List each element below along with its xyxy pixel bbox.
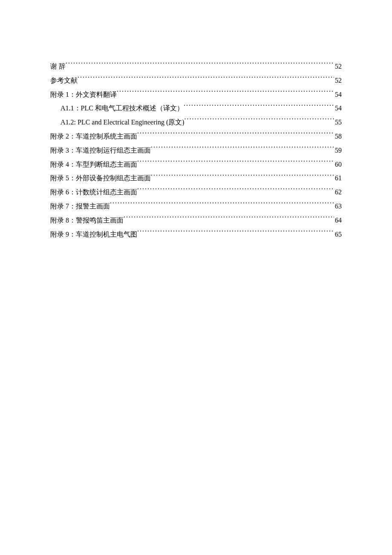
toc-title: A1.1：PLC 和电气工程技术概述（译文） — [61, 101, 184, 116]
toc-entry: 附录 8：警报鸣笛主画面 64 — [50, 214, 342, 228]
toc-page-number: 55 — [334, 116, 342, 130]
toc-page-number: 59 — [334, 144, 342, 158]
toc-entry: A1.2: PLC and Electrical Engineering (原文… — [50, 116, 342, 130]
toc-title: 附录 4：车型判断组态主画面 — [50, 158, 137, 172]
toc-entry: A1.1：PLC 和电气工程技术概述（译文） 54 — [50, 101, 342, 116]
toc-entry: 谢 辞 52 — [50, 60, 342, 74]
toc-leader-dots — [78, 76, 334, 83]
toc-leader-dots — [110, 202, 334, 208]
toc-title: 附录 9：车道控制机主电气图 — [50, 228, 137, 242]
toc-entry: 附录 2：车道控制系统主画面 58 — [50, 130, 342, 144]
toc-page-number: 61 — [334, 171, 342, 185]
toc-leader-dots — [66, 62, 334, 69]
toc-title: 附录 5：外部设备控制组态主画面 — [50, 171, 151, 185]
toc-leader-dots — [184, 104, 334, 110]
toc-page-number: 54 — [334, 88, 342, 102]
toc-page-number: 65 — [334, 228, 342, 242]
toc-leader-dots — [137, 160, 334, 167]
toc-leader-dots — [137, 132, 334, 139]
toc-title: 附录 2：车道控制系统主画面 — [50, 130, 137, 144]
toc-page-number: 52 — [334, 60, 342, 74]
toc-entry: 附录 3：车道控制运行组态主画面 59 — [50, 144, 342, 158]
toc-title: 附录 8：警报鸣笛主画面 — [50, 214, 124, 228]
toc-entry: 附录 5：外部设备控制组态主画面 61 — [50, 171, 342, 185]
toc-page-number: 52 — [334, 74, 342, 88]
toc-page-number: 63 — [334, 199, 342, 214]
toc-entry: 附录 6：计数统计组态主画面 62 — [50, 185, 342, 199]
toc-title: A1.2: PLC and Electrical Engineering (原文… — [61, 116, 184, 130]
toc-leader-dots — [184, 118, 334, 124]
toc-page-number: 58 — [334, 130, 342, 144]
toc-leader-dots — [137, 188, 334, 194]
toc-leader-dots — [124, 216, 334, 223]
toc-page-number: 64 — [334, 214, 342, 228]
toc-entry: 附录 9：车道控制机主电气图 65 — [50, 228, 342, 242]
toc-entry: 附录 4：车型判断组态主画面 60 — [50, 158, 342, 172]
toc-leader-dots — [117, 90, 334, 97]
table-of-contents: 谢 辞 52 参考文献 52 附录 1：外文资料翻译 54 A1.1：PLC 和… — [50, 60, 342, 241]
toc-entry: 参考文献 52 — [50, 74, 342, 88]
toc-leader-dots — [151, 173, 334, 180]
toc-entry: 附录 7：报警主画面 63 — [50, 199, 342, 214]
toc-page-number: 62 — [334, 185, 342, 199]
toc-title: 附录 3：车道控制运行组态主画面 — [50, 144, 151, 158]
toc-leader-dots — [151, 146, 334, 153]
toc-title: 谢 辞 — [50, 60, 66, 74]
toc-page-number: 60 — [334, 158, 342, 172]
toc-entry: 附录 1：外文资料翻译 54 — [50, 88, 342, 102]
toc-title: 附录 6：计数统计组态主画面 — [50, 185, 137, 199]
toc-leader-dots — [137, 230, 334, 237]
toc-page-number: 54 — [334, 101, 342, 116]
toc-title: 附录 1：外文资料翻译 — [50, 88, 117, 102]
toc-title: 参考文献 — [50, 74, 78, 88]
toc-title: 附录 7：报警主画面 — [50, 199, 110, 214]
